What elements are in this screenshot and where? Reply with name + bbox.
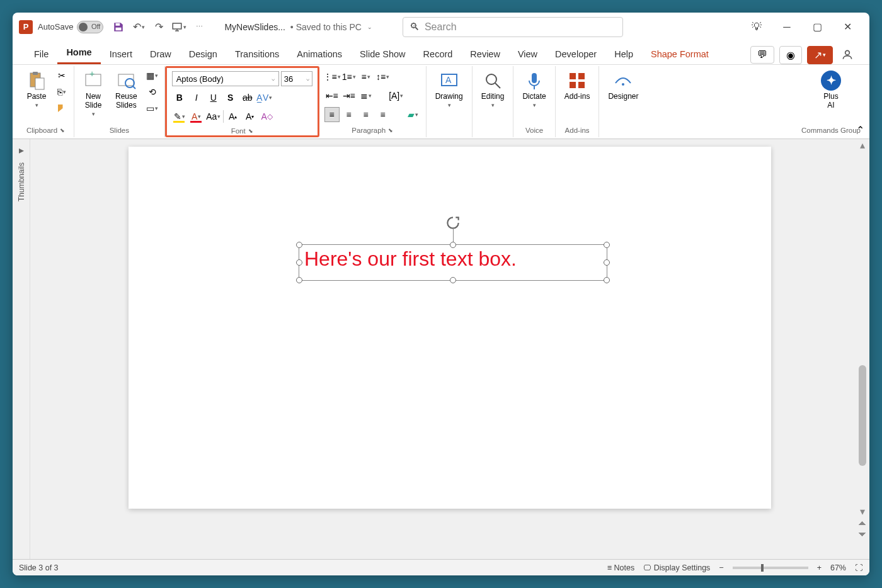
next-slide-icon[interactable]: ⏷	[857, 529, 868, 540]
prev-slide-icon[interactable]: ⏶	[857, 517, 868, 529]
zoom-slider[interactable]	[733, 567, 808, 569]
bullets-button[interactable]: ⋮≡▾	[324, 69, 340, 84]
tab-help[interactable]: Help	[605, 44, 642, 64]
tab-record[interactable]: Record	[415, 44, 462, 64]
maximize-icon[interactable]: ▢	[808, 18, 827, 37]
textbox-content[interactable]: Here's our first text box.	[299, 245, 607, 273]
copy-icon[interactable]: ⎘▾	[54, 84, 70, 99]
comments-icon[interactable]: 💬︎	[750, 46, 774, 64]
slide-canvas-area[interactable]: Here's our first text box.	[30, 139, 869, 559]
tab-file[interactable]: File	[25, 44, 57, 64]
char-spacing-button[interactable]: A̲V▾	[257, 90, 272, 105]
resize-handle[interactable]	[296, 242, 302, 248]
shadow-button[interactable]: S	[223, 90, 238, 105]
font-name-input[interactable]: Aptos (Body)⌵	[172, 71, 279, 86]
align-right-button[interactable]: ≡	[358, 107, 374, 122]
display-settings-button[interactable]: 🖵 Display Settings	[643, 563, 710, 572]
plus-ai-button[interactable]: ✦ Plus AI	[816, 68, 846, 112]
resize-handle[interactable]	[450, 242, 456, 248]
list-level-button[interactable]: ≡▾	[358, 69, 374, 84]
fit-window-icon[interactable]: ⛶	[855, 563, 863, 572]
bold-button[interactable]: B	[172, 90, 187, 105]
underline-button[interactable]: U	[206, 90, 221, 105]
resize-handle[interactable]	[604, 277, 610, 283]
resize-handle[interactable]	[296, 259, 302, 266]
justify-button[interactable]: ≡	[375, 107, 391, 122]
share-button[interactable]: ↗▾	[807, 46, 833, 64]
tab-developer[interactable]: Developer	[546, 44, 605, 64]
zoom-level[interactable]: 67%	[830, 563, 846, 572]
chevron-down-icon[interactable]: ⌵	[306, 76, 309, 82]
format-painter-icon[interactable]	[54, 101, 70, 116]
tab-insert[interactable]: Insert	[101, 44, 141, 64]
font-color-button[interactable]: A▾	[189, 109, 204, 124]
font-launcher-icon[interactable]: ⬊	[248, 128, 253, 134]
resize-handle[interactable]	[296, 277, 302, 283]
chevron-down-icon[interactable]: ⌄	[367, 24, 372, 30]
tips-icon[interactable]: 💡︎	[747, 18, 766, 37]
expand-thumbnails-icon[interactable]: ▸	[19, 144, 24, 156]
editing-button[interactable]: Editing▾	[476, 68, 510, 111]
tab-home[interactable]: Home	[57, 42, 100, 64]
drawing-button[interactable]: A Drawing▾	[430, 68, 468, 111]
scroll-down-icon[interactable]: ▾	[860, 506, 865, 517]
grow-font-button[interactable]: A▴	[226, 109, 241, 124]
toggle-switch[interactable]: Off	[77, 21, 103, 33]
tab-design[interactable]: Design	[180, 44, 226, 64]
highlight-color-button[interactable]: ✎▾	[172, 109, 187, 124]
tab-transitions[interactable]: Transitions	[226, 44, 288, 64]
close-icon[interactable]: ✕	[838, 18, 857, 37]
decrease-indent-button[interactable]: ⇤≡	[324, 88, 340, 103]
dictate-button[interactable]: Dictate▾	[517, 68, 551, 111]
save-icon[interactable]	[111, 20, 126, 35]
numbering-button[interactable]: 1≡▾	[341, 69, 357, 84]
selected-textbox[interactable]: Here's our first text box.	[299, 244, 607, 281]
zoom-in-button[interactable]: +	[817, 563, 822, 572]
tab-draw[interactable]: Draw	[141, 44, 180, 64]
resize-handle[interactable]	[450, 277, 456, 283]
scroll-up-icon[interactable]: ▴	[860, 139, 865, 151]
text-direction-button[interactable]: [A]▾	[389, 88, 404, 103]
paste-button[interactable]: Paste▾	[21, 68, 52, 111]
tab-review[interactable]: Review	[461, 44, 509, 64]
clear-format-button[interactable]: A◇	[260, 109, 275, 124]
strikethrough-button[interactable]: ab	[240, 90, 255, 105]
account-icon[interactable]	[838, 45, 857, 64]
vertical-scrollbar[interactable]: ▴ ▾ ⏶ ⏷	[857, 139, 868, 540]
line-spacing-button[interactable]: ↕≡▾	[375, 69, 391, 84]
tab-slideshow[interactable]: Slide Show	[351, 44, 415, 64]
chevron-down-icon[interactable]: ⌵	[272, 76, 275, 82]
reuse-slides-button[interactable]: Reuse Slides	[110, 68, 142, 112]
addins-button[interactable]: Add-ins	[559, 68, 595, 103]
scrollbar-thumb[interactable]	[859, 365, 866, 466]
new-slide-button[interactable]: + New Slide▾	[78, 68, 108, 120]
shrink-font-button[interactable]: A▾	[243, 109, 258, 124]
reset-icon[interactable]: ⟲	[144, 84, 161, 99]
align-center-button[interactable]: ≡	[341, 107, 357, 122]
tab-animations[interactable]: Animations	[288, 44, 351, 64]
notes-button[interactable]: ≡ Notes	[607, 563, 634, 572]
minimize-icon[interactable]: ─	[777, 18, 796, 37]
increase-indent-button[interactable]: ⇥≡	[341, 88, 357, 103]
tab-shape-format[interactable]: Shape Format	[642, 44, 718, 64]
paragraph-launcher-icon[interactable]: ⬊	[388, 127, 393, 133]
document-title-area[interactable]: MyNewSlides... • Saved to this PC ⌄	[224, 22, 372, 32]
redo-icon[interactable]: ↷	[151, 20, 166, 35]
resize-handle[interactable]	[604, 242, 610, 248]
collapse-ribbon-icon[interactable]: ⌃	[856, 124, 864, 136]
slide-counter[interactable]: Slide 3 of 3	[19, 563, 59, 572]
font-size-input[interactable]: 36⌵	[281, 71, 312, 86]
thumbnails-rail[interactable]: ▸ Thumbnails	[13, 139, 30, 559]
tab-view[interactable]: View	[509, 44, 546, 64]
search-input[interactable]: 🔍︎ Search	[403, 17, 623, 37]
undo-icon[interactable]: ↶▾	[131, 20, 146, 35]
designer-button[interactable]: Designer	[603, 68, 643, 103]
zoom-out-button[interactable]: −	[719, 563, 723, 572]
resize-handle[interactable]	[604, 259, 610, 266]
cut-icon[interactable]: ✂︎	[54, 68, 70, 83]
change-case-button[interactable]: Aa▾	[206, 109, 221, 124]
present-icon[interactable]: ▾	[171, 20, 186, 35]
clipboard-launcher-icon[interactable]: ⬊	[60, 127, 65, 133]
autosave-toggle[interactable]: AutoSave Off	[38, 21, 103, 33]
section-icon[interactable]: ▭▾	[144, 101, 161, 116]
